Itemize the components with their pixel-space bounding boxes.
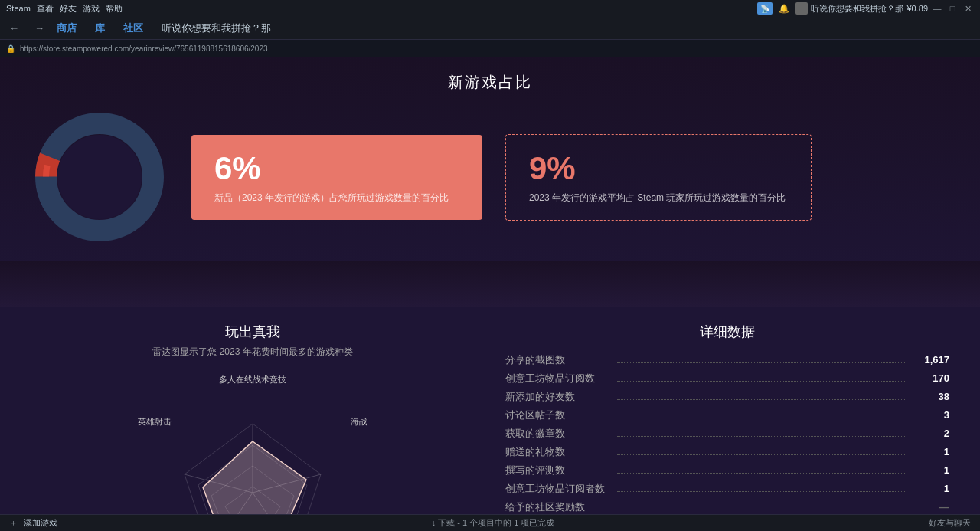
stat-row: 新添加的好友数38: [505, 390, 949, 404]
radar-container: 多人在线战术竞技 海战 大逃杀 僵尸 英雄射击: [138, 374, 368, 514]
avatar-small: [795, 2, 808, 15]
add-game-icon: ＋: [9, 517, 18, 529]
svg-point-2: [57, 135, 142, 219]
stat-label: 新添加的好友数: [505, 390, 612, 404]
maximize-button[interactable]: □: [946, 2, 959, 15]
url-display[interactable]: https://store.steampowered.com/yearinrev…: [20, 44, 268, 53]
stat-value: 38: [911, 391, 949, 402]
stat-dots: [617, 362, 906, 363]
stat-dots: [617, 399, 906, 400]
stat-label: 分享的截图数: [505, 353, 612, 367]
stat-value: 1: [911, 464, 949, 476]
nav-bar: ← → 商店 库 社区 听说你想要和我拼抢？那: [0, 17, 980, 40]
stat-value: 2: [911, 428, 949, 439]
stat-dots: [617, 418, 906, 418]
stat-dots: [617, 381, 906, 382]
broadcast-icon: 📡: [757, 2, 773, 15]
status-right: 好友与聊天: [929, 517, 971, 529]
radar-label-top: 多人在线战术竞技: [219, 374, 286, 385]
steam-logo: Steam: [6, 4, 31, 13]
stat-label: 撰写的评测数: [505, 464, 612, 477]
status-center: ↓ 下载 - 1 个项目中的 1 项已完成: [432, 517, 555, 529]
username-display: 听说你想要和我拼抢？那: [811, 3, 903, 15]
avg-stat-box: 9% 2023 年发行的游戏平均占 Steam 玩家所玩过游戏数量的百分比: [505, 134, 812, 221]
stats-rows: 分享的截图数1,617创意工坊物品订阅数170新添加的好友数38讨论区帖子数3获…: [505, 353, 949, 514]
avg-percent: 9%: [529, 150, 788, 187]
library-link[interactable]: 库: [95, 21, 105, 35]
stat-dots: [617, 454, 906, 455]
stat-row: 讨论区帖子数3: [505, 408, 949, 422]
stat-dots: [617, 436, 906, 437]
donut-chart: [31, 108, 168, 246]
menu-games[interactable]: 游戏: [83, 3, 100, 15]
radar-desc: 雷达图显示了您 2023 年花费时间最多的游戏种类: [31, 346, 475, 359]
stat-label: 给予的社区奖励数: [505, 500, 612, 514]
title-bar-right: 📡 🔔 听说你想要和我拼抢？那 ¥0.89 — □ ✕: [757, 2, 974, 15]
stat-row: 赠送的礼物数1: [505, 445, 949, 459]
friends-chat-button[interactable]: 好友与聊天: [929, 518, 971, 527]
download-status: 下载 - 1 个项目中的 1 项已完成: [438, 518, 554, 527]
details-title: 详细数据: [505, 323, 949, 341]
stat-row: 分享的截图数1,617: [505, 353, 949, 367]
back-button[interactable]: ←: [6, 21, 22, 35]
stat-row: 创意工坊物品订阅数170: [505, 372, 949, 385]
stat-label: 讨论区帖子数: [505, 408, 612, 422]
stat-value: 170: [911, 372, 949, 384]
user-desc: 新品（2023 年发行的游戏）占您所玩过游戏数量的百分比: [214, 192, 459, 205]
new-game-section: 新游戏占比 6% 新品（2023 年发行的游戏）占: [0, 57, 980, 261]
stat-dots: [617, 510, 906, 510]
divider: [0, 261, 980, 307]
stat-label: 创意工坊物品订阅数: [505, 372, 612, 385]
main-content: 新游戏占比 6% 新品（2023 年发行的游戏）占: [0, 57, 980, 514]
forward-button[interactable]: →: [31, 21, 47, 35]
notification-icon[interactable]: 🔔: [779, 4, 789, 14]
title-bar-left: Steam 查看 好友 游戏 帮助: [6, 3, 122, 15]
stat-dots: [617, 491, 906, 492]
new-game-content: 6% 新品（2023 年发行的游戏）占您所玩过游戏数量的百分比 9% 2023 …: [31, 108, 949, 246]
status-left: ＋ 添加游戏: [9, 517, 57, 529]
close-button[interactable]: ✕: [962, 2, 974, 15]
stat-value: 1: [911, 483, 949, 494]
stat-row: 获取的徽章数2: [505, 427, 949, 441]
stat-value: —: [911, 501, 949, 513]
balance-display: ¥0.89: [906, 4, 928, 13]
menu-help[interactable]: 帮助: [106, 3, 122, 15]
avg-desc: 2023 年发行的游戏平均占 Steam 玩家所玩过游戏数量的百分比: [529, 192, 788, 205]
minimize-button[interactable]: —: [931, 2, 943, 15]
stat-label: 创意工坊物品订阅者数: [505, 482, 612, 496]
menu-view[interactable]: 查看: [37, 3, 54, 15]
user-percent: 6%: [214, 150, 459, 187]
radar-section: 玩出真我 雷达图显示了您 2023 年花费时间最多的游戏种类 多人在线战术竞技 …: [31, 323, 475, 514]
user-stat-box: 6% 新品（2023 年发行的游戏）占您所玩过游戏数量的百分比: [191, 135, 482, 220]
stat-row: 创意工坊物品订阅者数1: [505, 482, 949, 496]
stat-row: 撰写的评测数1: [505, 464, 949, 477]
new-game-title: 新游戏占比: [31, 72, 949, 93]
stat-row: 给予的社区奖励数—: [505, 500, 949, 514]
address-bar: 🔒 https://store.steampowered.com/yearinr…: [0, 40, 980, 57]
details-section: 详细数据 分享的截图数1,617创意工坊物品订阅数170新添加的好友数38讨论区…: [505, 323, 949, 514]
stat-label: 获取的徽章数: [505, 427, 612, 441]
title-bar: Steam 查看 好友 游戏 帮助 📡 🔔 听说你想要和我拼抢？那 ¥0.89 …: [0, 0, 980, 17]
store-link[interactable]: 商店: [57, 21, 77, 35]
radar-title: 玩出真我: [31, 323, 475, 341]
stat-value: 1: [911, 446, 949, 457]
stat-label: 赠送的礼物数: [505, 445, 612, 459]
add-game-button[interactable]: 添加游戏: [24, 517, 57, 529]
community-link[interactable]: 社区: [123, 21, 143, 35]
download-icon: ↓: [432, 518, 436, 527]
menu-friends[interactable]: 好友: [60, 3, 77, 15]
lock-icon: 🔒: [6, 44, 15, 53]
bottom-section: 玩出真我 雷达图显示了您 2023 年花费时间最多的游戏种类 多人在线战术竞技 …: [0, 307, 980, 514]
breadcrumb-page: 听说你想要和我拼抢？那: [162, 21, 271, 35]
stat-value: 3: [911, 409, 949, 421]
stat-dots: [617, 473, 906, 474]
stat-value: 1,617: [911, 354, 949, 365]
status-bar: ＋ 添加游戏 ↓ 下载 - 1 个项目中的 1 项已完成 好友与聊天: [0, 514, 980, 531]
